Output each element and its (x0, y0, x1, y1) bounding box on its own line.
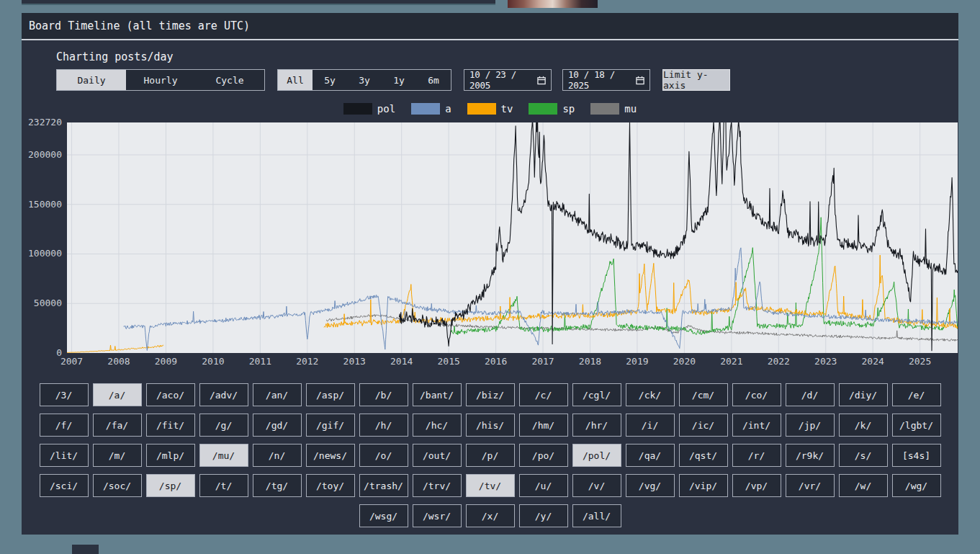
board-button-3[interactable]: /3/ (40, 383, 89, 406)
board-button-x[interactable]: /x/ (466, 504, 515, 527)
board-button-g[interactable]: /g/ (199, 414, 248, 437)
board-button-c[interactable]: /c/ (519, 383, 568, 406)
board-button-qst[interactable]: /qst/ (679, 444, 728, 467)
board-button-t[interactable]: /t/ (199, 474, 248, 497)
board-button-b[interactable]: /b/ (359, 383, 408, 406)
board-button-r9k[interactable]: /r9k/ (786, 444, 835, 467)
board-button-hm[interactable]: /hm/ (519, 414, 568, 437)
board-button-m[interactable]: /m/ (93, 444, 142, 467)
board-button-trv[interactable]: /trv/ (413, 474, 462, 497)
board-button-all[interactable]: /all/ (572, 504, 621, 527)
board-button-jp[interactable]: /jp/ (786, 414, 835, 437)
board-button-lit[interactable]: /lit/ (40, 444, 89, 467)
board-button-ic[interactable]: /ic/ (679, 414, 728, 437)
board-button-wg[interactable]: /wg/ (892, 474, 941, 497)
board-button-qa[interactable]: /qa/ (626, 444, 675, 467)
legend-item-pol[interactable]: pol (343, 103, 395, 115)
legend-item-a[interactable]: a (411, 103, 451, 115)
board-button-vip[interactable]: /vip/ (679, 474, 728, 497)
mode-button-cycle[interactable]: Cycle (195, 70, 264, 90)
board-button-w[interactable]: /w/ (839, 474, 888, 497)
board-button-tv[interactable]: /tv/ (466, 474, 515, 497)
board-button-h[interactable]: /h/ (359, 414, 408, 437)
board-button-hc[interactable]: /hc/ (413, 414, 462, 437)
board-button-his[interactable]: /his/ (466, 414, 515, 437)
board-button-o[interactable]: /o/ (359, 444, 408, 467)
board-button-gd[interactable]: /gd/ (253, 414, 302, 437)
board-button-toy[interactable]: /toy/ (306, 474, 355, 497)
board-button-trash[interactable]: /trash/ (359, 474, 408, 497)
x-tick-label: 2025 (909, 356, 931, 367)
timeline-chart[interactable] (67, 122, 958, 353)
board-button-s[interactable]: /s/ (839, 444, 888, 467)
x-tick-label: 2014 (390, 356, 413, 367)
board-button-u[interactable]: /u/ (519, 474, 568, 497)
date-from-input[interactable]: 10 / 23 / 2005 (464, 69, 552, 91)
board-button-k[interactable]: /k/ (839, 414, 888, 437)
legend-item-tv[interactable]: tv (467, 103, 513, 115)
board-button-biz[interactable]: /biz/ (466, 383, 515, 406)
board-button-tg[interactable]: /tg/ (253, 474, 302, 497)
board-button-int[interactable]: /int/ (732, 414, 781, 437)
board-button-fa[interactable]: /fa/ (93, 414, 142, 437)
board-button-d[interactable]: /d/ (786, 383, 835, 406)
board-button-wsr[interactable]: /wsr/ (413, 504, 462, 527)
x-tick-label: 2023 (814, 356, 837, 367)
limit-y-axis-button[interactable]: Limit y-axis (662, 69, 730, 91)
board-button-aco[interactable]: /aco/ (146, 383, 195, 406)
board-button-po[interactable]: /po/ (519, 444, 568, 467)
range-button-3y[interactable]: 3y (347, 70, 382, 90)
board-button-out[interactable]: /out/ (413, 444, 462, 467)
board-button-adv[interactable]: /adv/ (199, 383, 248, 406)
board-button-bant[interactable]: /bant/ (413, 383, 462, 406)
board-button-n[interactable]: /n/ (253, 444, 302, 467)
board-button-r[interactable]: /r/ (732, 444, 781, 467)
board-button-f[interactable]: /f/ (40, 414, 89, 437)
board-button-news[interactable]: /news/ (306, 444, 355, 467)
board-button-v[interactable]: /v/ (572, 474, 621, 497)
board-button-sp[interactable]: /sp/ (146, 474, 195, 497)
board-button-co[interactable]: /co/ (732, 383, 781, 406)
date-to-input[interactable]: 10 / 18 / 2025 (562, 69, 650, 91)
x-tick-label: 2013 (343, 356, 366, 367)
mode-button-hourly[interactable]: Hourly (126, 70, 195, 90)
board-button-sci[interactable]: /sci/ (40, 474, 89, 497)
board-button-asp[interactable]: /asp/ (306, 383, 355, 406)
board-button-hr[interactable]: /hr/ (572, 414, 621, 437)
board-button-vr[interactable]: /vr/ (786, 474, 835, 497)
board-button-diy[interactable]: /diy/ (839, 383, 888, 406)
page-below-fragment (72, 545, 99, 554)
board-button-e[interactable]: /e/ (892, 383, 941, 406)
board-button-vg[interactable]: /vg/ (626, 474, 675, 497)
board-button-a[interactable]: /a/ (93, 383, 142, 406)
board-button-pol[interactable]: /pol/ (572, 444, 621, 467)
range-button-all[interactable]: All (278, 70, 313, 90)
calendar-icon[interactable] (537, 76, 546, 85)
board-button-an[interactable]: /an/ (253, 383, 302, 406)
board-button-cgl[interactable]: /cgl/ (572, 383, 621, 406)
board-button-mu[interactable]: /mu/ (199, 444, 248, 467)
board-button-soc[interactable]: /soc/ (93, 474, 142, 497)
range-button-1y[interactable]: 1y (382, 70, 416, 90)
board-button-lgbt[interactable]: /lgbt/ (892, 414, 941, 437)
legend-item-sp[interactable]: sp (529, 103, 575, 115)
board-button-fit[interactable]: /fit/ (146, 414, 195, 437)
legend-label: mu (624, 103, 637, 115)
board-button-y[interactable]: /y/ (519, 504, 568, 527)
board-button-gif[interactable]: /gif/ (306, 414, 355, 437)
board-button-mlp[interactable]: /mlp/ (146, 444, 195, 467)
legend-item-mu[interactable]: mu (590, 103, 637, 115)
board-button-p[interactable]: /p/ (466, 444, 515, 467)
board-button-wsg[interactable]: /wsg/ (359, 504, 408, 527)
range-button-6m[interactable]: 6m (416, 70, 451, 90)
range-button-5y[interactable]: 5y (313, 70, 347, 90)
board-button-cm[interactable]: /cm/ (679, 383, 728, 406)
x-tick-label: 2012 (296, 356, 318, 367)
legend-label: sp (562, 103, 575, 115)
board-button-vp[interactable]: /vp/ (732, 474, 781, 497)
board-button-ck[interactable]: /ck/ (626, 383, 675, 406)
mode-button-daily[interactable]: Daily (57, 70, 126, 90)
calendar-icon[interactable] (636, 76, 644, 85)
board-button-s4s[interactable]: [s4s] (892, 444, 941, 467)
board-button-i[interactable]: /i/ (626, 414, 675, 437)
